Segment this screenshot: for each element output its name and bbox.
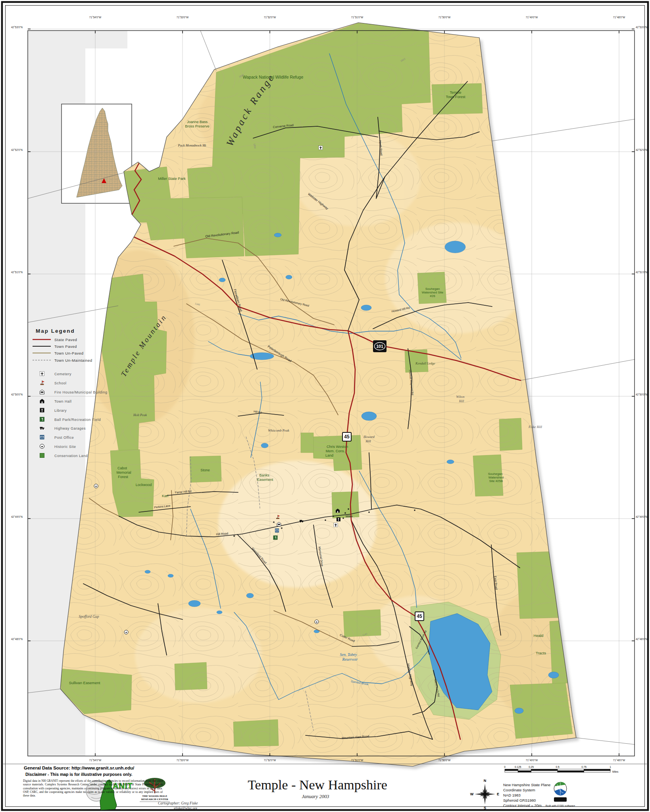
compass-letter: N xyxy=(484,779,487,783)
historic-icon xyxy=(315,620,319,624)
scale-bar: 00.1250.250.50.751 xyxy=(504,766,611,772)
map-label: Cabot xyxy=(117,466,127,470)
scalebar-unit: Miles xyxy=(612,770,619,773)
latitude-label: 42°48'0"N xyxy=(636,638,647,640)
map-title: Temple - New Hampshire xyxy=(248,777,387,792)
projection-block: New Hampshire State Plane Coordinate Sys… xyxy=(503,783,550,808)
map-canvas: 1014545Wapack RangeTemple MountainWapack… xyxy=(0,0,650,812)
conservation-icon xyxy=(40,453,44,458)
legend-item-label: Fire House/Municipal Building xyxy=(54,390,108,394)
longitude-label: 71°51'0"W xyxy=(351,759,363,762)
historic-icon xyxy=(124,630,128,634)
projection-line: NAD 1983 xyxy=(503,793,521,797)
map-label: Karl xyxy=(162,494,168,498)
longitude-label: 71°54'0"W xyxy=(89,16,102,19)
map-label: Wapack National Wildlife Refuge xyxy=(243,75,304,79)
map-label: Reservoir xyxy=(342,657,358,662)
map-label: #26 xyxy=(430,294,435,298)
latitude-label: 42°51'0"N xyxy=(11,271,23,274)
map-label: Lockwood xyxy=(136,483,152,487)
inset-locator-map xyxy=(62,104,132,203)
map-label: Whitcomb Peak xyxy=(268,428,289,432)
cartographer-email: gfiske@whrc.org xyxy=(174,806,198,810)
map-label: Tracts xyxy=(536,651,546,655)
legend-item-label: Ball Park/Recreation Field xyxy=(54,418,101,422)
map-label: Land xyxy=(325,453,333,457)
route-shield-45: 45 xyxy=(342,432,351,441)
map-label: Mem. Cons. xyxy=(326,449,345,453)
legend-item-label: Cemetery xyxy=(54,372,71,376)
library-icon xyxy=(40,408,44,413)
projection-line: Spheroid GRS1980 xyxy=(503,798,536,802)
legend-item-label: Conservation Land xyxy=(54,454,88,458)
legend-item-label: State Paved xyxy=(54,338,77,342)
map-label: Sullivan Easement xyxy=(69,681,100,685)
latitude-label: 42°49'0"N xyxy=(636,515,647,518)
scalebar-tick-label: 0.125 xyxy=(515,766,521,768)
map-label: Memorial xyxy=(116,471,131,474)
legend-item-label: Library xyxy=(54,409,67,413)
map-label: Wilton xyxy=(456,395,465,399)
scalebar-tick-label: 0.25 xyxy=(529,766,534,768)
route-shield-45: 45 xyxy=(415,612,424,621)
legend-item-label: Highway Garages xyxy=(54,426,86,430)
library-icon xyxy=(337,517,340,521)
map-label: Heald xyxy=(534,633,544,638)
map-label: Banks xyxy=(259,473,269,477)
ball-icon xyxy=(273,536,277,540)
map-label: Miller State Park xyxy=(158,176,186,181)
scalebar-tick-label: 0 xyxy=(504,766,506,768)
latitude-label: 42°53'0"N xyxy=(636,26,647,29)
compass-letter: E xyxy=(497,792,499,796)
map-label: Spofford Gap xyxy=(79,615,99,619)
ball-icon xyxy=(40,417,44,422)
cemetery-icon xyxy=(319,146,323,150)
compass-letter: W xyxy=(470,792,474,796)
latitude-label: 42°50'0"N xyxy=(11,393,23,396)
latitude-label: 42°49'0"N xyxy=(11,515,23,518)
map-label: Pack Monadnock Mt xyxy=(178,143,206,147)
map-label: Hill xyxy=(365,439,371,443)
map-label: Hill xyxy=(459,399,464,403)
compass-rose: NSEW xyxy=(470,779,499,810)
projection-line: New Hampshire State Plane xyxy=(503,783,550,787)
historic-icon xyxy=(40,444,44,449)
legend-item-label: Post Office xyxy=(54,436,74,440)
map-label: Temple xyxy=(450,91,461,95)
longitude-label: 71°48'0"W xyxy=(613,16,625,19)
latitude-label: 42°52'0"N xyxy=(636,149,647,151)
longitude-label: 71°51'0"W xyxy=(351,16,363,19)
data-source-note: General Data Source: http://www.granit.s… xyxy=(24,766,135,770)
legend-item-label: Town Hall xyxy=(54,399,72,403)
map-label: Stone xyxy=(200,468,210,472)
map-label: Fiske Hill xyxy=(528,425,542,429)
svg-text:45: 45 xyxy=(344,434,350,440)
route-shield-101: 101 xyxy=(373,340,387,352)
scalebar-tick-label: 0.75 xyxy=(581,766,587,768)
svg-text:101: 101 xyxy=(376,344,383,349)
historic-icon xyxy=(94,484,98,488)
legend-item-label: Historic Site xyxy=(54,445,76,449)
map-label: Kendall Ledge xyxy=(415,361,435,365)
map-label: Town Forest xyxy=(446,95,465,99)
longitude-label: 71°50'0"W xyxy=(438,759,451,762)
map-label: Souhegan xyxy=(488,472,502,476)
fine-print-paragraph: Digital data in NH GRANIT represent the … xyxy=(23,779,163,797)
post-icon xyxy=(275,528,279,532)
scalebar-tick-label: 0.5 xyxy=(556,766,559,768)
map-sheet: 1014545Wapack RangeTemple MountainWapack… xyxy=(0,0,650,812)
legend-item-label: Town Un-Paved xyxy=(54,351,84,355)
longitude-label: 71°53'0"W xyxy=(177,759,189,762)
map-label: Forest xyxy=(118,475,128,479)
compass-letter: S xyxy=(484,806,486,810)
latitude-label: 42°52'0"N xyxy=(11,149,23,151)
map-label: Joanne Bass xyxy=(187,120,208,124)
latitude-label: 42°53'0"N xyxy=(11,26,23,29)
longitude-label: 71°48'0"W xyxy=(613,759,625,762)
esri-caption: Built with ESRI software xyxy=(546,804,575,807)
legend-item-label: Town Paved xyxy=(54,344,77,349)
disclaimer-note: Disclaimer - This map is for illustrativ… xyxy=(25,772,132,777)
map-label: Site #25B xyxy=(489,479,503,483)
longitude-label: 71°50'0"W xyxy=(438,16,451,19)
map-label: Chris Weston xyxy=(327,445,348,449)
